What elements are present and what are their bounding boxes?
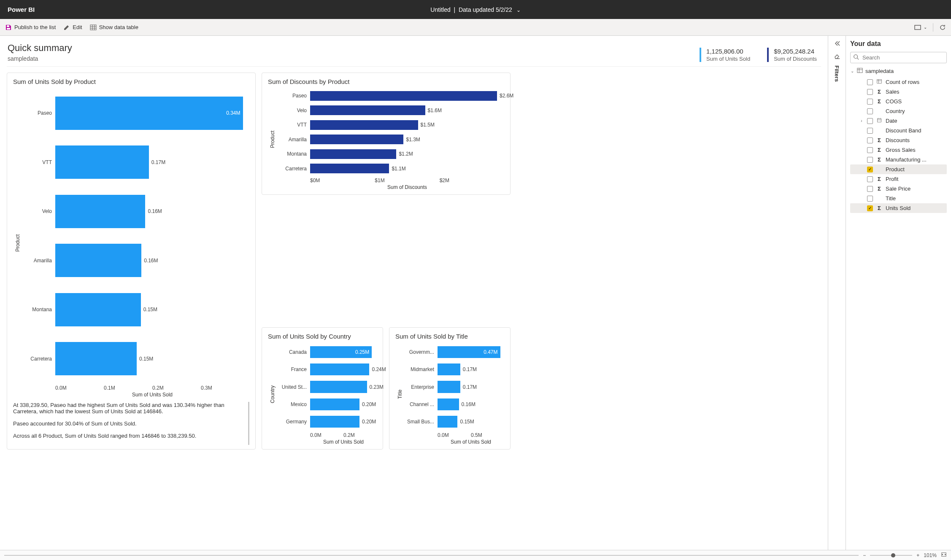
checkbox[interactable] xyxy=(867,128,873,134)
field-cogs[interactable]: ΣCOGS xyxy=(850,97,947,106)
bar-row: VTT0.17M xyxy=(22,138,249,187)
bar[interactable] xyxy=(438,398,459,410)
bar[interactable] xyxy=(55,293,141,326)
svg-rect-1 xyxy=(7,28,10,30)
field-label: Date xyxy=(886,118,897,124)
checkbox[interactable] xyxy=(867,99,873,105)
field-country[interactable]: Country xyxy=(850,106,947,116)
chevron-right-icon: › xyxy=(859,118,864,123)
chart-discounts-by-product[interactable]: Sum of Discounts by Product ProductPaseo… xyxy=(262,73,511,195)
field-gross-sales[interactable]: ΣGross Sales xyxy=(850,145,947,155)
data-label: 0.47M xyxy=(484,349,497,355)
search-input[interactable] xyxy=(862,54,944,61)
checkbox[interactable] xyxy=(867,196,873,202)
bar[interactable] xyxy=(55,195,145,228)
chart-units-by-title[interactable]: Sum of Units Sold by Title TitleGovernm.… xyxy=(389,327,511,450)
bar[interactable]: 0.25M xyxy=(310,346,372,358)
bar[interactable] xyxy=(310,363,369,375)
checkbox[interactable] xyxy=(867,157,873,163)
field-discount-band[interactable]: Discount Band xyxy=(850,126,947,135)
field-manufacturing-[interactable]: ΣManufacturing ... xyxy=(850,155,947,164)
field-discounts[interactable]: ΣDiscounts xyxy=(850,135,947,145)
field-label: COGS xyxy=(886,98,902,105)
chevron-down-icon: ⌄ xyxy=(850,69,854,73)
field-profit[interactable]: ΣProfit xyxy=(850,174,947,184)
search-field[interactable] xyxy=(850,52,947,63)
bar-row: Mexico0.20M xyxy=(277,396,377,413)
refresh-icon xyxy=(939,24,946,31)
bar[interactable] xyxy=(310,164,389,173)
checkbox[interactable]: ✓ xyxy=(867,167,873,172)
checkbox[interactable] xyxy=(867,89,873,95)
data-label: 0.17M xyxy=(463,363,477,375)
checkbox[interactable] xyxy=(867,108,873,114)
field-title[interactable]: Title xyxy=(850,194,947,203)
bar[interactable] xyxy=(438,416,457,428)
data-label: $1.3M xyxy=(406,135,420,144)
x-tick: 0.5M xyxy=(471,432,504,438)
edit-button[interactable]: Edit xyxy=(63,24,82,31)
chevron-down-icon: ⌄ xyxy=(924,25,927,30)
sigma-icon: Σ xyxy=(876,186,882,192)
bar[interactable] xyxy=(310,416,359,428)
field-product[interactable]: ✓Product xyxy=(850,164,947,174)
field-date[interactable]: ›Date xyxy=(850,116,947,126)
field-count-of-rows[interactable]: Count of rows xyxy=(850,77,947,87)
chart-units-by-country[interactable]: Sum of Units Sold by Country CountryCana… xyxy=(262,327,383,450)
checkbox[interactable] xyxy=(867,147,873,153)
data-label: 0.20M xyxy=(362,416,376,428)
bar[interactable] xyxy=(310,91,497,101)
checkbox[interactable] xyxy=(867,118,873,124)
filters-label[interactable]: Filters xyxy=(834,65,840,82)
bar[interactable] xyxy=(310,381,367,393)
eraser-icon[interactable] xyxy=(834,53,840,59)
bar[interactable] xyxy=(310,105,425,115)
y-axis-title: Title xyxy=(395,343,405,445)
field-sales[interactable]: ΣSales xyxy=(850,87,947,97)
category-label: France xyxy=(277,366,310,372)
rectangle-icon xyxy=(914,24,921,31)
zoom-in-button[interactable]: + xyxy=(916,552,919,558)
bar[interactable] xyxy=(310,149,396,159)
refresh-button[interactable] xyxy=(939,24,946,31)
bar[interactable] xyxy=(310,135,403,144)
bar[interactable] xyxy=(55,244,141,277)
table-node[interactable]: ⌄ sampledata xyxy=(850,67,947,75)
bar[interactable] xyxy=(438,381,460,393)
bar[interactable] xyxy=(55,145,149,179)
zoom-slider[interactable] xyxy=(870,555,912,556)
bar[interactable]: 0.47M xyxy=(438,346,500,358)
bar[interactable] xyxy=(310,398,359,410)
x-axis: 0.0M0.2M xyxy=(277,432,377,438)
field-sale-price[interactable]: ΣSale Price xyxy=(850,184,947,194)
category-label: Carretera xyxy=(22,356,55,362)
bar[interactable]: 0.34M xyxy=(55,97,243,130)
field-label: Discounts xyxy=(886,137,910,143)
bar-row: Amarilla0.16M xyxy=(22,236,249,285)
category-label: Canada xyxy=(277,349,310,355)
bar[interactable] xyxy=(310,120,418,130)
sigma-icon: Σ xyxy=(876,137,882,143)
publish-button[interactable]: Publish to the list xyxy=(5,24,56,31)
bar[interactable] xyxy=(55,342,137,375)
chart-insights: At 338,239.50, Paseo had the highest Sum… xyxy=(13,402,249,445)
zoom-out-button[interactable]: − xyxy=(863,552,866,558)
show-data-table-button[interactable]: Show data table xyxy=(90,24,138,31)
bar[interactable] xyxy=(438,363,460,375)
bar-row: Carretera0.15M xyxy=(22,334,249,384)
chart-units-by-product[interactable]: Sum of Units Sold by Product ProductPase… xyxy=(7,73,256,450)
field-label: Discount Band xyxy=(886,127,921,134)
data-label: $2.6M xyxy=(500,91,513,101)
checkbox[interactable]: ✓ xyxy=(867,205,873,211)
field-units-sold[interactable]: ✓ΣUnits Sold xyxy=(850,203,947,213)
view-mode-button[interactable]: ⌄ xyxy=(914,24,927,31)
fit-to-page-button[interactable] xyxy=(941,552,947,559)
collapse-icon[interactable] xyxy=(834,40,840,47)
sigma-icon: Σ xyxy=(876,147,882,153)
checkbox[interactable] xyxy=(867,79,873,85)
checkbox[interactable] xyxy=(867,137,873,143)
data-pane: Your data ⌄ sampledata Count of rowsΣSal… xyxy=(846,36,951,550)
checkbox[interactable] xyxy=(867,186,873,192)
checkbox[interactable] xyxy=(867,176,873,182)
kpi-value: 1,125,806.00 xyxy=(706,48,750,55)
